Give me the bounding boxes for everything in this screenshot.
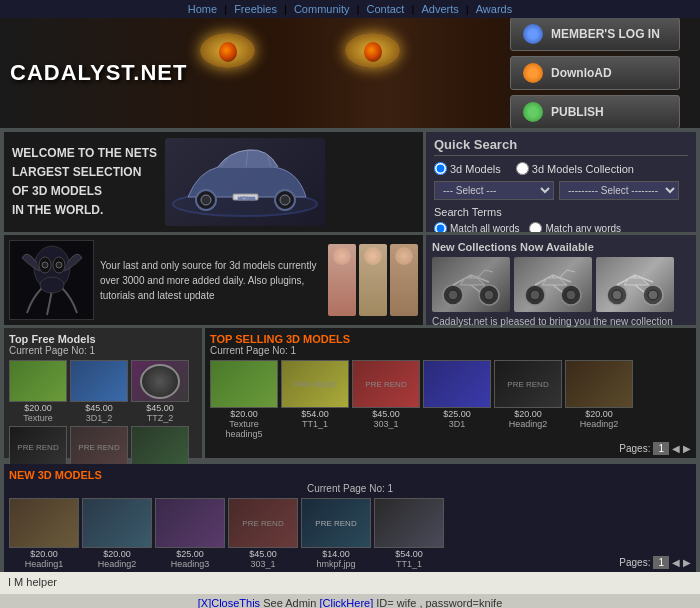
human-figures — [328, 244, 418, 316]
new-collections: New Collections Now Available — [426, 235, 696, 325]
nc-bikes-row — [432, 257, 690, 312]
bike-thumb-2 — [514, 257, 592, 312]
svg-point-4 — [280, 195, 290, 205]
welcome-section: WELCOME TO THE NETS LARGEST SELECTION OF… — [4, 132, 423, 232]
row1: WELCOME TO THE NETS LARGEST SELECTION OF… — [4, 132, 696, 232]
new-model-1[interactable]: $20.00 Heading1 — [9, 498, 79, 569]
bike-thumb-3 — [596, 257, 674, 312]
qs-selects-row: --- Select --- --------- Select --------… — [434, 181, 688, 200]
nav-community[interactable]: Community — [294, 3, 350, 15]
main-content: WELCOME TO THE NETS LARGEST SELECTION OF… — [0, 128, 700, 572]
row3: Top Free Models Current Page No: 1 $20.0… — [4, 328, 696, 458]
welcome-text: WELCOME TO THE NETS LARGEST SELECTION OF… — [12, 144, 157, 221]
top-free-title: Top Free Models — [9, 333, 197, 345]
see-admin-label: See Admin — [263, 597, 316, 608]
qs-search-terms-label: Search Terms — [434, 206, 688, 218]
new-models-pagination: Pages: 1 ◀ ▶ — [619, 556, 691, 569]
qs-match-all[interactable]: Match all words — [434, 222, 519, 232]
svg-text:MKT8988: MKT8988 — [238, 196, 256, 201]
sell-model-4[interactable]: $25.00 3D1 — [423, 360, 491, 439]
new-models-subtitle: Current Page No: 1 — [9, 483, 691, 494]
admin-info: ID= wife , password=knife — [376, 597, 502, 608]
new-model-6[interactable]: $54.00 TT1_1 — [374, 498, 444, 569]
sell-model-1[interactable]: $20.00 Texture heading5 — [210, 360, 278, 439]
qs-match-any[interactable]: Match any words — [529, 222, 621, 232]
member-login-button[interactable]: MEMBER'S LOG IN — [510, 18, 680, 51]
quick-search: Quick Search 3d Models 3d Models Collect… — [426, 132, 696, 232]
qs-select-2[interactable]: --------- Select --------- — [559, 181, 679, 200]
nav-adverts[interactable]: Adverts — [421, 3, 458, 15]
alien-thumbnail — [9, 240, 94, 320]
new-prev-icon[interactable]: ◀ — [672, 557, 680, 568]
new-models-title: NEW 3D MODELS — [9, 469, 691, 481]
new-model-4[interactable]: PRE REND $45.00 303_1 — [228, 498, 298, 569]
free-model-3[interactable]: $45.00 TTZ_2 — [131, 360, 189, 423]
sell-model-5[interactable]: PRE REND $20.00 Heading2 — [494, 360, 562, 439]
svg-point-2 — [201, 195, 211, 205]
qs-radio-collection[interactable]: 3d Models Collection — [516, 162, 634, 175]
svg-point-21 — [530, 290, 540, 300]
nc-title: New Collections Now Available — [432, 241, 690, 253]
new-model-3[interactable]: $25.00 Heading3 — [155, 498, 225, 569]
helper-bar: I M helper — [0, 572, 700, 594]
svg-point-15 — [40, 277, 64, 293]
header-buttons: MEMBER'S LOG IN DownloAD PUBLISH — [510, 18, 690, 128]
nav-contact[interactable]: Contact — [367, 3, 405, 15]
svg-point-17 — [448, 290, 458, 300]
header: CADALYST.NET MEMBER'S LOG IN DownloAD PU… — [0, 18, 700, 128]
top-free-section: Top Free Models Current Page No: 1 $20.0… — [4, 328, 202, 458]
sell-model-6[interactable]: $20.00 Heading2 — [565, 360, 633, 439]
svg-point-27 — [648, 290, 658, 300]
nav-awards[interactable]: Awards — [476, 3, 512, 15]
qs-radio-group: 3d Models 3d Models Collection — [434, 162, 688, 175]
qs-select-1[interactable]: --- Select --- — [434, 181, 554, 200]
sell-model-2[interactable]: PRE REND $54.00 TT1_1 — [281, 360, 349, 439]
new-next-icon[interactable]: ▶ — [683, 557, 691, 568]
top-selling-subtitle: Current Page No: 1 — [210, 345, 691, 356]
top-nav: Home | Freebies | Community | Contact | … — [0, 0, 700, 18]
human-1 — [328, 244, 356, 316]
site-logo: CADALYST.NET — [10, 60, 187, 86]
nav-home[interactable]: Home — [188, 3, 217, 15]
info-section: Your last and only source for 3d models … — [4, 235, 423, 325]
qs-radio-3d[interactable]: 3d Models — [434, 162, 501, 175]
qs-match-row: Match all words Match any words — [434, 222, 688, 232]
click-here-link[interactable]: [ClickHere] — [319, 597, 373, 608]
svg-point-19 — [484, 290, 494, 300]
info-text: Your last and only source for 3d models … — [100, 258, 322, 303]
row2: Your last and only source for 3d models … — [4, 235, 696, 325]
top-selling-title: TOP SELLING 3D MODELS — [210, 333, 691, 345]
download-button[interactable]: DownloAD — [510, 56, 680, 90]
svg-point-23 — [566, 290, 576, 300]
new-models-section: NEW 3D MODELS Current Page No: 1 $20.00 … — [4, 464, 696, 572]
qs-title: Quick Search — [434, 137, 688, 156]
new-model-5[interactable]: PRE REND $14.00 hmkpf.jpg — [301, 498, 371, 569]
sell-model-3[interactable]: PRE REND $45.00 303_1 — [352, 360, 420, 439]
admin-bar: [X]CloseThis See Admin [ClickHere] ID= w… — [0, 594, 700, 608]
sell-next-icon[interactable]: ▶ — [683, 443, 691, 454]
free-model-2[interactable]: $45.00 3D1_2 — [70, 360, 128, 423]
selling-models-grid: $20.00 Texture heading5 PRE REND $54.00 … — [210, 360, 691, 439]
free-model-1[interactable]: $20.00 Texture — [9, 360, 67, 423]
member-icon — [523, 24, 543, 44]
human-3 — [390, 244, 418, 316]
publish-button[interactable]: PUBLISH — [510, 95, 680, 128]
human-2 — [359, 244, 387, 316]
bike-thumb-1 — [432, 257, 510, 312]
car-image: MKT8988 — [165, 138, 325, 226]
sell-prev-icon[interactable]: ◀ — [672, 443, 680, 454]
nav-freebies[interactable]: Freebies — [234, 3, 277, 15]
svg-point-13 — [42, 262, 48, 268]
close-link[interactable]: [X]CloseThis — [198, 597, 260, 608]
selling-pagination: Pages: 1 ◀ ▶ — [210, 442, 691, 455]
publish-icon — [523, 102, 543, 122]
svg-point-14 — [56, 262, 62, 268]
new-models-grid: $20.00 Heading1 $20.00 Heading2 $25.00 H… — [9, 498, 691, 569]
top-free-subtitle: Current Page No: 1 — [9, 345, 197, 356]
svg-point-25 — [612, 290, 622, 300]
top-selling-section: TOP SELLING 3D MODELS Current Page No: 1… — [205, 328, 696, 458]
download-icon — [523, 63, 543, 83]
new-model-2[interactable]: $20.00 Heading2 — [82, 498, 152, 569]
